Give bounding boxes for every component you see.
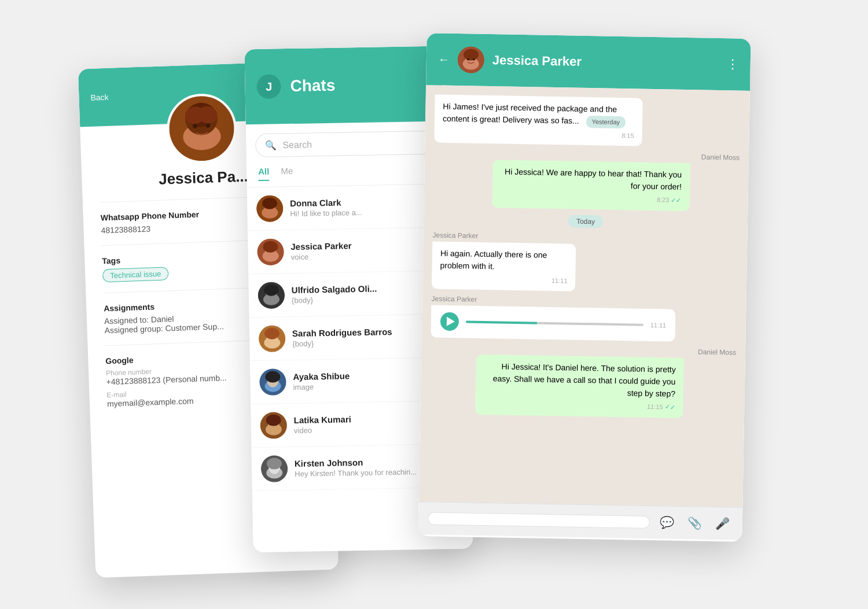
contact-name: Jessica Pa... bbox=[159, 167, 249, 188]
scene: Back bbox=[87, 30, 781, 580]
header-avatar bbox=[457, 46, 484, 73]
message-group: Daniel Moss Hi Jessica! It's Daniel here… bbox=[475, 344, 736, 418]
mic-button[interactable]: 🎤 bbox=[712, 512, 734, 534]
message-bubble: Hi James! I've just received the package… bbox=[434, 94, 642, 146]
sender-name: Daniel Moss bbox=[493, 149, 740, 161]
tab-me[interactable]: Me bbox=[281, 165, 293, 180]
voice-waveform bbox=[466, 320, 643, 326]
avatar bbox=[259, 325, 286, 352]
message-time: 8:15 bbox=[443, 127, 634, 140]
sender-name: Daniel Moss bbox=[476, 344, 736, 356]
sender-name: Jessica Parker bbox=[432, 230, 612, 241]
message-bubble: Hi Jessica! We are happy to hear that! T… bbox=[492, 160, 690, 211]
avatar bbox=[261, 455, 288, 482]
date-divider: Today bbox=[433, 212, 738, 230]
chat-window-header: ← Jessica Parker ⋮ bbox=[426, 33, 751, 91]
message-input[interactable] bbox=[428, 512, 650, 529]
avatar bbox=[260, 412, 287, 439]
message-group: Jessica Parker Hi again. Actually there … bbox=[432, 230, 612, 291]
message-time: 11:11 bbox=[440, 274, 568, 285]
back-button[interactable]: Back bbox=[90, 92, 109, 102]
message-time: 11:15 ✓✓ bbox=[484, 398, 675, 411]
avatar bbox=[165, 93, 237, 164]
message-group: Hi James! I've just received the package… bbox=[434, 94, 694, 147]
chat-window-title: Jessica Parker bbox=[492, 53, 718, 72]
play-button[interactable] bbox=[440, 312, 459, 331]
avatar bbox=[257, 238, 284, 265]
tab-all[interactable]: All bbox=[258, 166, 270, 180]
more-options-icon[interactable]: ⋮ bbox=[726, 57, 739, 72]
avatar bbox=[259, 368, 286, 396]
tag-badge[interactable]: Technical issue bbox=[102, 267, 169, 282]
search-icon: 🔍 bbox=[265, 139, 277, 150]
chat-window-card: ← Jessica Parker ⋮ Hi James! I've bbox=[418, 33, 751, 542]
attach-button[interactable]: 📎 bbox=[685, 512, 706, 534]
message-group: Jessica Parker 11:11 bbox=[431, 294, 737, 342]
message-bubble: Hi Jessica! It's Daniel here. The soluti… bbox=[475, 354, 684, 418]
avatar bbox=[258, 282, 285, 309]
voice-bubble: 11:11 bbox=[431, 305, 675, 341]
message-time: 8:23 ✓✓ bbox=[501, 192, 682, 205]
avatar bbox=[256, 195, 284, 222]
search-placeholder: Search bbox=[282, 139, 312, 150]
chats-icon: J bbox=[256, 74, 281, 99]
chat-input-bar: 💬 📎 🎤 bbox=[418, 501, 743, 540]
emoji-button[interactable]: 💬 bbox=[657, 512, 678, 533]
chats-title: Chats bbox=[290, 76, 335, 95]
message-group: Daniel Moss Hi Jessica! We are happy to … bbox=[492, 149, 740, 212]
date-badge: Today bbox=[568, 214, 603, 227]
back-arrow-icon[interactable]: ← bbox=[438, 53, 450, 66]
message-bubble: Hi again. Actually there is one problem … bbox=[432, 241, 576, 291]
chat-messages: Hi James! I've just received the package… bbox=[418, 85, 749, 507]
play-icon bbox=[446, 316, 454, 326]
voice-time: 11:11 bbox=[650, 321, 667, 328]
